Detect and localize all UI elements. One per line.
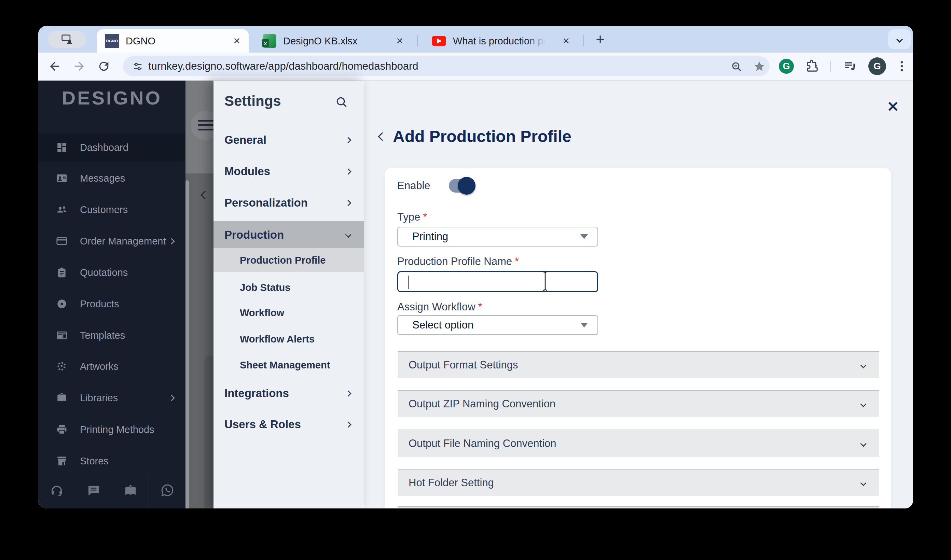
settings-title: Settings bbox=[225, 93, 281, 109]
url-bar[interactable]: turnkey.designo.software/app/dashboard/h… bbox=[123, 56, 769, 76]
sidebar-item-customers[interactable]: Customers bbox=[38, 195, 186, 224]
tab-close-icon[interactable]: ✕ bbox=[233, 36, 240, 46]
accordion-output-file-naming[interactable]: Output File Naming Convention bbox=[398, 429, 879, 457]
tab-youtube[interactable]: What is production profile an ✕ bbox=[423, 29, 578, 52]
dimmed-page-header bbox=[186, 81, 214, 174]
tab-close-icon[interactable]: ✕ bbox=[396, 36, 403, 46]
chevron-right-icon bbox=[168, 395, 175, 401]
youtube-favicon bbox=[432, 36, 446, 46]
app-sidebar: DESIGNO Dashboard Messages Customers Ord… bbox=[38, 81, 186, 508]
knowledge-base-button[interactable] bbox=[112, 472, 149, 508]
settings-subitem-workflow[interactable]: Workflow bbox=[214, 301, 364, 325]
dots-cluster-icon bbox=[56, 361, 68, 372]
feedback-button[interactable] bbox=[75, 472, 112, 508]
profile-name-input[interactable] bbox=[397, 271, 598, 292]
form-card: Enable Type* Printing Production Profile… bbox=[385, 168, 891, 508]
forward-arrow-icon[interactable] bbox=[72, 59, 86, 73]
chevron-down-icon bbox=[860, 480, 866, 486]
hamburger-menu-icon[interactable] bbox=[198, 120, 214, 122]
tab-label: What is production profile an bbox=[453, 35, 545, 47]
sidebar-scrollbar[interactable] bbox=[186, 180, 189, 508]
dashboard-grid-icon bbox=[56, 142, 68, 153]
desktop-background: DGNO DGNO ✕ x DesignO KB.xlsx ✕ What is … bbox=[0, 0, 951, 560]
sidebar-item-products[interactable]: Products bbox=[38, 290, 186, 318]
chat-icon bbox=[87, 483, 100, 497]
accordion-partial[interactable] bbox=[398, 506, 879, 508]
sidebar-item-quotations[interactable]: Quotations bbox=[38, 258, 186, 286]
site-settings-icon[interactable] bbox=[132, 61, 143, 72]
excel-favicon: x bbox=[263, 34, 276, 48]
settings-item-modules[interactable]: Modules bbox=[214, 158, 364, 185]
settings-panel: Settings General Modules Personalization… bbox=[214, 81, 364, 508]
whatsapp-button[interactable] bbox=[149, 472, 186, 508]
accordion-output-zip-naming[interactable]: Output ZIP Naming Convention bbox=[398, 390, 879, 417]
sidebar-item-dashboard[interactable]: Dashboard bbox=[38, 134, 186, 162]
support-button[interactable] bbox=[38, 472, 75, 508]
sidebar-item-artworks[interactable]: Artworks bbox=[38, 352, 186, 380]
people-icon bbox=[56, 204, 68, 215]
media-playlist-icon[interactable] bbox=[843, 59, 857, 73]
settings-item-integrations[interactable]: Integrations bbox=[214, 380, 364, 407]
dropdown-caret-icon bbox=[580, 234, 588, 239]
add-production-profile-drawer: ✕ Add Production Profile Enable Type* Pr… bbox=[364, 81, 913, 508]
enable-toggle[interactable] bbox=[449, 179, 474, 192]
profile-name-label: Production Profile Name* bbox=[397, 255, 519, 268]
disc-icon bbox=[56, 298, 68, 310]
assign-workflow-select[interactable]: Select option bbox=[397, 315, 598, 335]
zoom-magnifier-icon[interactable] bbox=[731, 61, 743, 73]
chevron-right-icon bbox=[345, 137, 351, 143]
headset-icon bbox=[50, 483, 63, 497]
close-icon[interactable]: ✕ bbox=[883, 97, 902, 116]
sidebar-item-templates[interactable]: Templates bbox=[38, 321, 186, 349]
settings-item-personalization[interactable]: Personalization bbox=[214, 189, 364, 217]
back-chevron-icon[interactable] bbox=[378, 132, 386, 141]
settings-subitem-sheet-management[interactable]: Sheet Management bbox=[214, 353, 364, 377]
open-book-icon bbox=[56, 392, 68, 404]
assign-workflow-value: Select option bbox=[412, 319, 474, 331]
printer-icon bbox=[56, 424, 68, 435]
url-text[interactable]: turnkey.designo.software/app/dashboard/h… bbox=[148, 60, 418, 72]
back-arrow-icon[interactable] bbox=[48, 59, 62, 73]
page-header: Add Production Profile bbox=[379, 127, 571, 146]
sidebar-item-messages[interactable]: Messages bbox=[38, 164, 186, 192]
new-tab-button[interactable]: + bbox=[592, 31, 609, 48]
dimmed-page-strip bbox=[186, 81, 214, 508]
tab-search-button[interactable] bbox=[48, 31, 86, 48]
whatsapp-icon bbox=[160, 483, 174, 497]
settings-item-general[interactable]: General bbox=[214, 126, 364, 154]
tab-close-icon[interactable]: ✕ bbox=[562, 36, 570, 46]
sidebar-item-order-management[interactable]: Order Management bbox=[38, 227, 186, 255]
search-icon[interactable] bbox=[335, 95, 348, 109]
settings-item-users-roles[interactable]: Users & Roles bbox=[214, 411, 364, 438]
type-select[interactable]: Printing bbox=[397, 227, 598, 246]
type-select-value: Printing bbox=[412, 231, 448, 243]
chevron-down-icon bbox=[860, 401, 866, 407]
settings-subitem-workflow-alerts[interactable]: Workflow Alerts bbox=[214, 327, 364, 351]
tab-search-pill-icon bbox=[61, 34, 73, 45]
settings-subitem-job-status[interactable]: Job Status bbox=[214, 275, 364, 300]
tab-dgno[interactable]: DGNO DGNO ✕ bbox=[97, 29, 249, 52]
sidebar-item-printing-methods[interactable]: Printing Methods bbox=[38, 415, 186, 443]
accordion-output-format-settings[interactable]: Output Format Settings bbox=[398, 351, 879, 378]
chevron-down-icon bbox=[860, 362, 866, 368]
enable-row: Enable bbox=[397, 179, 474, 192]
type-label: Type* bbox=[397, 211, 427, 223]
tab-strip: DGNO DGNO ✕ x DesignO KB.xlsx ✕ What is … bbox=[38, 26, 913, 52]
settings-item-production[interactable]: Production bbox=[214, 221, 364, 248]
accordion-hot-folder-setting[interactable]: Hot Folder Setting bbox=[398, 469, 879, 496]
tabstrip-chevron-button[interactable] bbox=[888, 29, 911, 49]
sidebar-item-stores[interactable]: Stores bbox=[38, 447, 186, 475]
collapse-chevron-icon[interactable] bbox=[200, 191, 209, 199]
assign-workflow-label: Assign Workflow* bbox=[397, 301, 482, 313]
sidebar-item-libraries[interactable]: Libraries bbox=[38, 384, 186, 412]
grammarly-icon[interactable]: G bbox=[779, 59, 794, 74]
tabstrip-chevron-icon bbox=[896, 36, 902, 42]
profile-avatar[interactable]: G bbox=[868, 57, 886, 75]
settings-subitem-production-profile[interactable]: Production Profile bbox=[214, 248, 364, 272]
menu-kebab-icon[interactable] bbox=[895, 59, 909, 73]
chevron-right-icon bbox=[345, 422, 351, 428]
reload-icon[interactable] bbox=[97, 59, 111, 73]
bookmark-star-icon[interactable] bbox=[753, 60, 766, 73]
extensions-puzzle-icon[interactable] bbox=[805, 59, 819, 73]
tab-designo-kb[interactable]: x DesignO KB.xlsx ✕ bbox=[254, 29, 412, 52]
